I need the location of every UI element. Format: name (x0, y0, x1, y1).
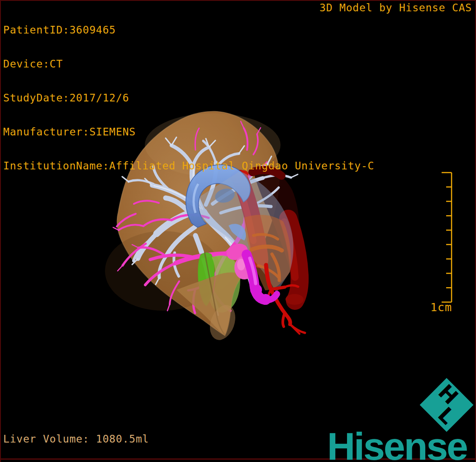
device: Device:CT (3, 58, 374, 70)
view-title: 3D Model by Hisense CAS (319, 2, 472, 14)
window-border-left (0, 0, 1, 462)
hisense-wordmark: Hisense (327, 424, 467, 462)
liver-volume-readout: Liver Volume: 1080.5ml (3, 433, 149, 445)
institution-name: InstitutionName:Affiliated Hospital Qing… (3, 160, 374, 172)
window-border-top (0, 0, 476, 1)
scale-bar (432, 170, 459, 306)
patient-info-overlay: PatientID:3609465 Device:CT StudyDate:20… (3, 2, 374, 183)
cas-3d-view-window: { "header": { "patient": { "patient_id":… (0, 0, 476, 462)
scale-bar-ruler (432, 170, 459, 306)
manufacturer: Manufacturer:SIEMENS (3, 126, 374, 138)
scale-bar-label: 1cm (430, 301, 452, 314)
study-date: StudyDate:2017/12/6 (3, 92, 374, 104)
patient-id: PatientID:3609465 (3, 24, 374, 36)
